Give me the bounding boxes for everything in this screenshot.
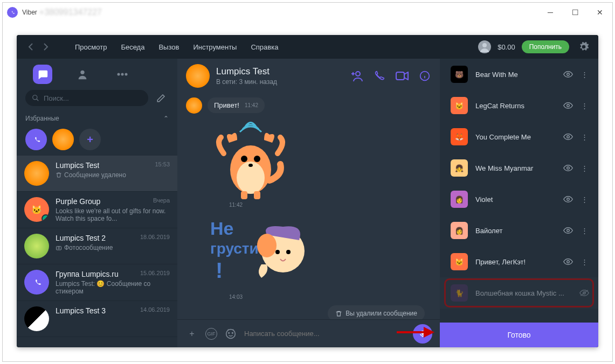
- sticker-pack-icon: 🐻: [451, 66, 468, 83]
- drag-handle[interactable]: ⋮: [579, 133, 590, 141]
- tab-contacts[interactable]: [73, 65, 92, 84]
- maximize-button[interactable]: ☐: [563, 3, 588, 22]
- sticker-pack-item[interactable]: 🐱 Привет, ЛегКэт! ⋮: [440, 246, 598, 277]
- message-time: 11:42: [229, 202, 431, 208]
- gif-button[interactable]: GIF: [205, 328, 217, 340]
- tab-more[interactable]: [113, 65, 132, 84]
- message-input[interactable]: [244, 330, 406, 338]
- menu-tools[interactable]: Инструменты: [193, 43, 237, 51]
- chat-item[interactable]: Lumpics Test 314.06.2019: [17, 301, 177, 337]
- drag-handle[interactable]: ⋮: [579, 164, 590, 172]
- sticker-pack-item[interactable]: 👩 Violet ⋮: [440, 184, 598, 215]
- sticker-pack-icon: 👩: [451, 222, 468, 239]
- chat-header: Lumpics Test В сети: 3 мин. назад: [177, 59, 440, 93]
- svg-point-30: [567, 104, 570, 107]
- done-button[interactable]: Готово: [440, 323, 598, 347]
- add-contact-button[interactable]: [350, 69, 363, 82]
- menu-help[interactable]: Справка: [251, 43, 278, 51]
- favorite-item[interactable]: [25, 129, 47, 150]
- sticker-pack-item-hidden[interactable]: 🐈 Волшебная кошка Mystic ...: [440, 277, 598, 309]
- sticker-pack-item[interactable]: 🐻 Bear With Me ⋮: [440, 59, 598, 90]
- add-favorite-button[interactable]: +: [79, 129, 101, 150]
- menu-call[interactable]: Вызов: [158, 43, 179, 51]
- svg-rect-16: [241, 191, 247, 199]
- menu-bar: Просмотр Беседа Вызов Инструменты Справк…: [75, 43, 278, 51]
- menu-view[interactable]: Просмотр: [75, 43, 107, 51]
- message-time: 14:03: [229, 294, 431, 300]
- viber-logo-icon: [7, 7, 18, 18]
- video-call-button[interactable]: [396, 69, 409, 82]
- svg-point-5: [33, 95, 37, 100]
- trash-icon: [56, 172, 62, 178]
- visibility-toggle[interactable]: [579, 289, 590, 297]
- chat-header-avatar[interactable]: [186, 64, 210, 88]
- chat-header-status: В сети: 3 мин. назад: [216, 78, 277, 86]
- nav-back-button[interactable]: [23, 39, 38, 54]
- chat-header-name: Lumpics Test: [216, 66, 277, 77]
- sticker-pack-item[interactable]: 👩 Вайолет ⋮: [440, 215, 598, 246]
- app-topbar: Просмотр Беседа Вызов Инструменты Справк…: [17, 35, 598, 59]
- tab-chats[interactable]: [33, 65, 52, 84]
- message-avatar: [186, 97, 202, 114]
- chat-item[interactable]: Группа Lumpics.ru15.06.2019 Lumpics Test…: [17, 264, 177, 301]
- svg-point-31: [567, 136, 570, 138]
- drag-handle[interactable]: ⋮: [579, 227, 590, 235]
- settings-button[interactable]: [576, 41, 592, 52]
- svg-point-2: [118, 73, 120, 76]
- attach-button[interactable]: +: [185, 327, 199, 341]
- compose-button[interactable]: [154, 90, 169, 106]
- sticker-pack-item[interactable]: 🐱 LegCat Returns ⋮: [440, 90, 598, 121]
- close-button[interactable]: ✕: [588, 3, 612, 22]
- svg-point-23: [275, 250, 280, 254]
- svg-point-29: [567, 73, 570, 76]
- sticker-button[interactable]: [224, 327, 238, 341]
- visibility-toggle[interactable]: [563, 195, 573, 204]
- visibility-toggle[interactable]: [563, 164, 573, 172]
- chat-item[interactable]: Lumpics Test 218.06.2019 Фотосообщение: [17, 228, 177, 264]
- svg-rect-9: [396, 72, 404, 80]
- sticker-pack-item[interactable]: 🦊 You Complete Me ⋮: [440, 121, 598, 152]
- svg-point-24: [286, 250, 291, 254]
- sticker-pack-icon: 🐈: [451, 284, 468, 302]
- visibility-toggle[interactable]: [563, 227, 573, 235]
- sticker-pack-icon: 🦊: [451, 128, 468, 145]
- svg-text:грусти: грусти: [210, 240, 259, 257]
- minimize-button[interactable]: ─: [538, 3, 563, 22]
- sticker-pack-icon: 🐱: [451, 253, 468, 270]
- search-placeholder: Поиск...: [44, 94, 69, 102]
- visibility-toggle[interactable]: [563, 71, 573, 79]
- sticker-panel: 🐻 Bear With Me ⋮ 🐱 LegCat Returns ⋮ 🦊 Yo…: [440, 59, 598, 347]
- info-button[interactable]: [418, 69, 431, 82]
- topup-button[interactable]: Пополнить: [522, 40, 569, 53]
- chat-item[interactable]: 🐱 Purple GroupВчера Looks like we're all…: [17, 192, 177, 228]
- menu-conversation[interactable]: Беседа: [121, 43, 144, 51]
- drag-handle[interactable]: ⋮: [579, 102, 590, 110]
- online-badge: [42, 214, 49, 222]
- svg-rect-6: [57, 247, 61, 250]
- favorite-item[interactable]: [52, 129, 74, 150]
- app-window: Просмотр Беседа Вызов Инструменты Справк…: [17, 35, 598, 347]
- message-bubble: Привет! 11:42: [208, 97, 265, 113]
- svg-text:!: !: [216, 258, 223, 282]
- deleted-message: Вы удалили сообщение: [328, 305, 425, 319]
- svg-point-8: [356, 72, 360, 76]
- sticker-pack-icon: 👧: [451, 159, 468, 177]
- drag-handle[interactable]: ⋮: [579, 195, 590, 204]
- drag-handle[interactable]: ⋮: [579, 71, 590, 79]
- user-avatar[interactable]: [478, 40, 491, 53]
- chat-item[interactable]: Lumpics Test15:53 Сообщение удалено: [17, 156, 177, 192]
- drag-handle[interactable]: ⋮: [579, 258, 590, 266]
- nav-forward-button[interactable]: [38, 39, 53, 54]
- visibility-toggle[interactable]: [563, 133, 573, 141]
- search-input[interactable]: Поиск...: [25, 90, 148, 106]
- sticker-pack-icon: 👩: [451, 191, 468, 208]
- sticker-pack-item[interactable]: 👧 We Miss Myanmar ⋮: [440, 152, 598, 184]
- search-icon: [32, 94, 39, 102]
- visibility-toggle[interactable]: [563, 102, 573, 110]
- svg-text:Не: Не: [210, 218, 233, 239]
- visibility-toggle[interactable]: [563, 258, 573, 266]
- favorites-header[interactable]: Избранные ⌃: [17, 111, 177, 125]
- audio-call-button[interactable]: [373, 69, 386, 82]
- svg-point-25: [226, 329, 236, 338]
- sticker-message: [208, 116, 294, 202]
